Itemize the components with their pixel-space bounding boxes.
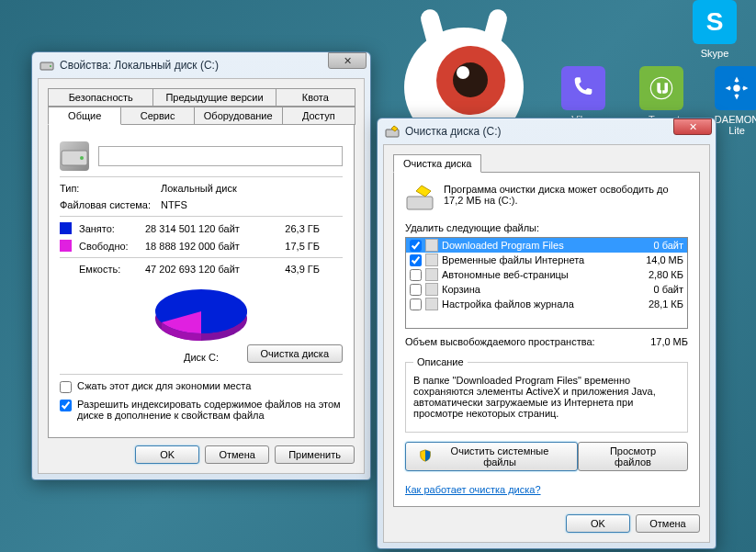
tab-cleanup[interactable]: Очистка диска [393,154,481,173]
tab-hardware[interactable]: Оборудование [194,107,283,125]
freed-space-label: Объем высвобождаемого пространства: [405,336,595,347]
tabs-row-top: Безопасность Предыдущие версии Квота [48,88,355,107]
window-title: Очистка диска (C:) [405,125,673,138]
type-label: Тип: [60,183,161,194]
close-button[interactable]: ✕ [328,52,367,69]
cleanup-list-item[interactable]: Временные файлы Интернета14,0 МБ [406,253,687,267]
desktop-icon-skype[interactable]: S Skype [687,0,742,59]
fs-value: NTFS [161,199,187,210]
free-color-swatch [60,240,72,252]
shield-icon [419,449,432,464]
properties-window: Свойства: Локальный диск (C:) ✕ Безопасн… [31,51,371,480]
tab-prev-versions[interactable]: Предыдущие версии [152,88,276,107]
window-title: Свойства: Локальный диск (C:) [60,59,328,72]
cleanup-item-checkbox[interactable] [410,284,422,296]
disk-cleanup-button[interactable]: Очистка диска [247,344,343,363]
cleanup-item-name: Настройка файлов журнала [442,299,628,310]
capacity-bytes: 47 202 693 120 байт [145,264,265,275]
free-gb: 17,5 ГБ [265,241,320,252]
desktop-icon-viber[interactable]: Viber [556,66,611,125]
drive-large-icon [60,141,89,171]
apply-button[interactable]: Применить [275,445,355,464]
cancel-button[interactable]: Отмена [636,514,700,533]
svg-rect-9 [386,130,399,137]
cleanup-item-name: Автономные веб-страницы [442,269,628,280]
cleanup-item-size: 28,1 КБ [628,299,683,310]
titlebar[interactable]: Очистка диска (C:) ✕ [378,118,716,144]
cleanup-file-list[interactable]: Downloaded Program Files0 байтВременные … [405,237,688,329]
compress-label: Сжать этот диск для экономии места [77,380,251,391]
description-legend: Описание [413,356,468,367]
cleanup-item-checkbox[interactable] [410,269,422,281]
tabs-row-bottom: Общие Сервис Оборудование Доступ [48,107,355,125]
description-fieldset: Описание В папке "Downloaded Program Fil… [405,356,688,433]
disk-name-input[interactable] [98,146,343,166]
tab-general[interactable]: Общие [48,107,121,125]
cleanup-item-size: 2,80 КБ [628,269,683,280]
description-text: В папке "Downloaded Program Files" време… [413,375,680,424]
clean-system-files-button[interactable]: Очистить системные файлы [405,442,578,471]
disk-usage-pie-chart [146,284,256,348]
used-label: Занято: [79,223,145,234]
svg-point-2 [733,84,740,92]
compress-checkbox[interactable] [60,381,72,393]
used-gb: 26,3 ГБ [265,223,320,234]
skype-icon: S [693,0,737,44]
index-label: Разрешить индексировать содержимое файло… [77,399,343,421]
delete-files-label: Удалить следующие файлы: [405,222,688,233]
cleanup-item-name: Временные файлы Интернета [442,254,628,265]
how-cleanup-works-link[interactable]: Как работает очистка диска? [405,484,541,495]
used-color-swatch [60,222,72,234]
capacity-label: Емкость: [60,264,145,275]
file-icon [425,298,438,310]
ok-button[interactable]: OK [135,445,199,464]
free-label: Свободно: [79,241,145,252]
type-value: Локальный диск [161,183,237,194]
svg-rect-10 [407,197,433,209]
svg-point-6 [80,156,84,160]
viber-icon [561,66,605,110]
cleanup-tab-content: Программа очистки диска может освободить… [393,172,700,507]
file-icon [425,283,438,296]
cleanup-list-item[interactable]: Downloaded Program Files0 байт [406,238,687,253]
drive-icon [39,58,54,73]
view-files-button[interactable]: Просмотр файлов [578,442,688,471]
svg-point-4 [50,65,51,67]
desktop-icon-label: Skype [687,48,742,59]
cleanup-item-name: Корзина [442,284,628,295]
ok-button[interactable]: OK [566,514,630,533]
file-icon [425,268,438,281]
cleanup-item-name: Downloaded Program Files [442,240,628,251]
cleanup-item-size: 0 байт [628,284,683,295]
index-checkbox[interactable] [60,400,72,411]
file-icon [425,253,438,266]
cleanup-list-item[interactable]: Автономные веб-страницы2,80 КБ [406,267,687,282]
tab-content-general: Тип: Локальный диск Файловая система: NT… [48,124,355,438]
disk-cleanup-window: Очистка диска (C:) ✕ Очистка диска Прогр… [377,118,717,549]
file-icon [425,239,438,252]
daemon-icon [715,66,756,110]
cleanup-large-icon [405,184,434,213]
cleanup-list-item[interactable]: Настройка файлов журнала28,1 КБ [406,297,687,311]
svg-point-0 [650,77,671,98]
cleanup-icon [385,124,400,139]
cleanup-list-item[interactable]: Корзина0 байт [406,282,687,297]
cleanup-item-checkbox[interactable] [410,299,422,310]
cleanup-intro-text: Программа очистки диска может освободить… [444,184,688,206]
tab-quota[interactable]: Квота [276,88,355,107]
cleanup-item-size: 0 байт [628,240,683,251]
utorrent-icon [639,66,683,110]
used-bytes: 28 314 501 120 байт [145,223,265,234]
desktop-icon-utorrent[interactable]: uTorrent [634,66,689,125]
tab-tools[interactable]: Сервис [120,107,194,125]
cleanup-item-checkbox[interactable] [410,240,422,252]
capacity-gb: 43,9 ГБ [265,264,320,275]
cleanup-item-size: 14,0 МБ [628,254,683,265]
close-button[interactable]: ✕ [673,118,712,135]
cleanup-item-checkbox[interactable] [410,254,422,266]
tab-sharing[interactable]: Доступ [282,107,355,125]
tab-security[interactable]: Безопасность [48,88,153,107]
titlebar[interactable]: Свойства: Локальный диск (C:) ✕ [32,52,370,78]
cancel-button[interactable]: Отмена [205,445,269,464]
free-bytes: 18 888 192 000 байт [145,241,265,252]
